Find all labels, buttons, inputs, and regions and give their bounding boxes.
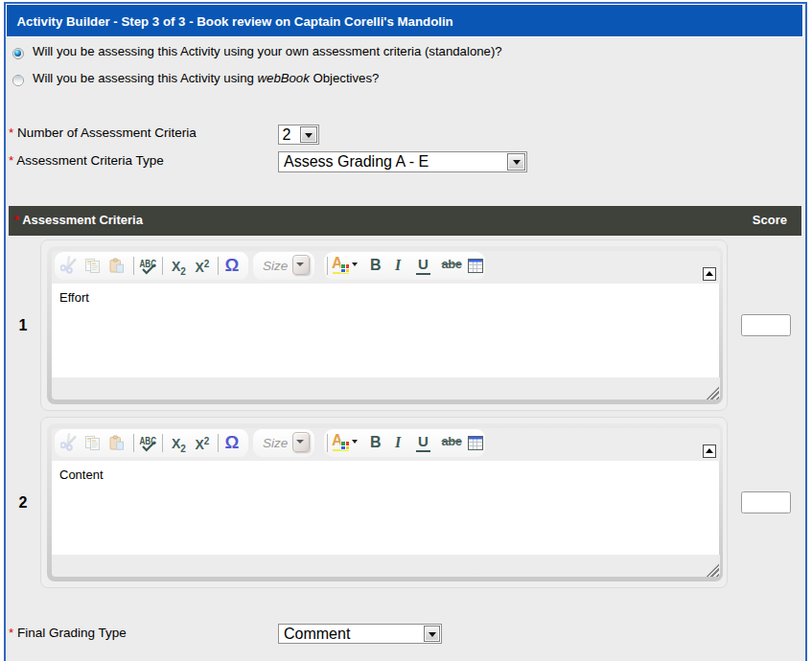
svg-text:ABC: ABC (140, 259, 157, 269)
svg-text:ABC: ABC (140, 436, 157, 446)
